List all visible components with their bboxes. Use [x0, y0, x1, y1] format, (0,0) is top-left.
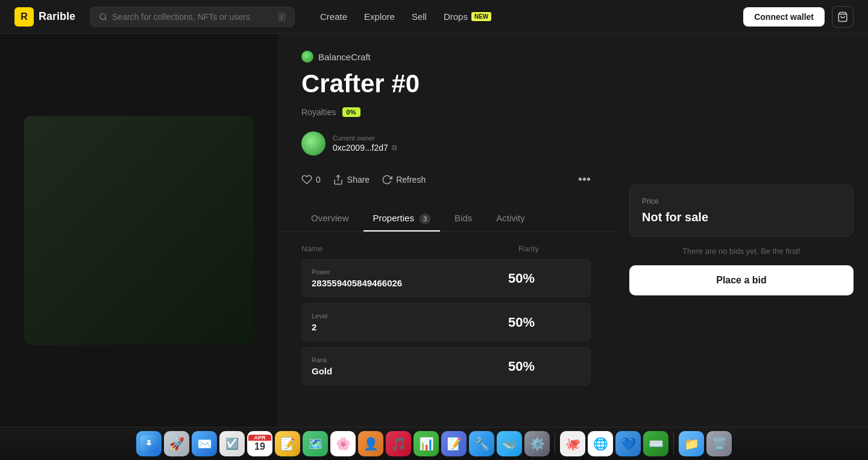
dock-numbers[interactable]: 📊 [414, 431, 439, 456]
logo[interactable]: R Rarible [14, 7, 75, 27]
prop-value-1: 2 [312, 322, 508, 332]
nav-right: Connect wallet [743, 6, 854, 28]
table-row: Power 283559405849466026 50% [301, 259, 591, 297]
prop-value-0: 283559405849466026 [312, 278, 508, 288]
dock-contacts[interactable]: 👤 [358, 431, 383, 456]
nft-image [24, 116, 253, 345]
dock-files[interactable]: 📁 [679, 431, 704, 456]
like-count: 0 [316, 175, 321, 184]
tab-activity[interactable]: Activity [486, 206, 535, 232]
dock-notes[interactable]: 📝 [275, 431, 300, 456]
collection-name: BalanceCraft [318, 52, 371, 62]
collection-icon [301, 51, 313, 63]
top-section: BalanceCraft Crafter #0 Royalties 0% Cur… [0, 34, 868, 427]
nft-image-panel [0, 34, 277, 427]
search-icon [99, 13, 107, 21]
connect-wallet-button[interactable]: Connect wallet [743, 7, 825, 27]
prop-rarity-0: 50% [508, 271, 580, 286]
copy-icon[interactable]: ⧉ [392, 143, 397, 152]
dock-separator [555, 433, 555, 455]
price-card: Price Not for sale [629, 184, 854, 237]
nft-title: Crafter #0 [301, 70, 844, 98]
finder-icon [140, 435, 157, 452]
tabs-section: Overview Properties 3 Bids Activity [277, 206, 615, 232]
dock-trash[interactable]: 🗑️ [706, 431, 732, 456]
refresh-label: Refresh [396, 175, 426, 184]
owner-row: Current owner 0xc2009...f2d7 ⧉ [301, 131, 844, 156]
owner-address: 0xc2009...f2d7 ⧉ [333, 143, 397, 153]
dock-calendar[interactable]: APR 19 [247, 431, 272, 456]
dock-reminders[interactable]: ☑️ [219, 431, 245, 456]
search-input[interactable] [112, 12, 273, 22]
dock-github[interactable]: 🐙 [560, 431, 585, 456]
heart-icon [301, 174, 312, 185]
prop-trait-1: Level [312, 312, 508, 320]
name-column-header: Name [301, 244, 518, 253]
page-wrapper: BalanceCraft Crafter #0 Royalties 0% Cur… [0, 34, 868, 427]
prop-trait-2: Rank [312, 356, 508, 364]
dock-appstore[interactable]: 🔧 [469, 431, 494, 456]
svg-point-5 [146, 441, 148, 444]
dock-vscode[interactable]: 💙 [615, 431, 641, 456]
dock-photos[interactable]: 🌸 [330, 431, 356, 456]
properties-badge: 3 [420, 213, 430, 224]
table-row: Rank Gold 50% [301, 347, 591, 385]
royalties-row: Royalties 0% [301, 107, 844, 117]
tabs-list: Overview Properties 3 Bids Activity [301, 206, 591, 232]
nav-drops[interactable]: Drops NEW [438, 8, 497, 25]
dock-chrome[interactable]: 🌐 [588, 431, 613, 456]
tab-overview[interactable]: Overview [301, 206, 359, 232]
nft-info: BalanceCraft Crafter #0 Royalties 0% Cur… [277, 34, 868, 172]
tab-properties[interactable]: Properties 3 [363, 206, 441, 232]
nav-sell[interactable]: Sell [406, 8, 433, 25]
dock-textedit[interactable]: 📝 [441, 431, 467, 456]
like-button[interactable]: 0 [301, 174, 321, 185]
dock-maps[interactable]: 🗺️ [303, 431, 328, 456]
owner-info: Current owner 0xc2009...f2d7 ⧉ [333, 134, 397, 153]
price-label: Price [642, 197, 841, 206]
prop-info-rank: Rank Gold [312, 356, 508, 376]
share-button[interactable]: Share [333, 174, 370, 185]
refresh-icon [382, 174, 392, 185]
place-bid-button[interactable]: Place a bid [629, 265, 854, 295]
search-shortcut: / [278, 12, 286, 22]
table-row: Level 2 50% [301, 303, 591, 341]
collection-row: BalanceCraft [301, 51, 844, 63]
dock-mail[interactable]: ✉️ [192, 431, 217, 456]
no-bids-text: There are no bids yet. Be the first! [629, 247, 854, 256]
properties-header: Name Rarity [301, 244, 591, 259]
tab-bids[interactable]: Bids [445, 206, 482, 232]
owner-label: Current owner [333, 134, 397, 142]
search-bar[interactable]: / [90, 7, 295, 27]
dock-separator-2 [673, 433, 674, 455]
properties-section: Name Rarity Power 283559405849466026 50% [277, 232, 615, 427]
nav-links: Create Explore Sell Drops NEW [314, 8, 497, 25]
price-sidebar: Price Not for sale There are no bids yet… [615, 172, 868, 427]
nav-explore[interactable]: Explore [358, 8, 401, 25]
royalties-badge: 0% [342, 107, 360, 117]
share-label: Share [347, 175, 370, 184]
dock-music[interactable]: 🎵 [386, 431, 411, 456]
dock-terminal[interactable]: ⌨️ [643, 431, 668, 456]
prop-info-power: Power 283559405849466026 [312, 268, 508, 288]
owner-avatar [301, 131, 326, 156]
prop-info-level: Level 2 [312, 312, 508, 332]
more-button[interactable]: ••• [578, 172, 591, 186]
prop-trait-0: Power [312, 268, 508, 276]
cart-icon[interactable] [832, 6, 854, 28]
new-badge: NEW [471, 12, 491, 21]
rarity-column-header: Rarity [518, 244, 591, 253]
logo-icon: R [14, 7, 34, 27]
prop-rarity-1: 50% [508, 315, 580, 330]
dock-docker[interactable]: 🐳 [497, 431, 522, 456]
dock: 🚀 ✉️ ☑️ APR 19 📝 🗺️ 🌸 👤 🎵 📊 📝 🔧 🐳 ⚙️ 🐙 🌐… [0, 427, 868, 460]
dock-finder[interactable] [136, 431, 162, 456]
refresh-button[interactable]: Refresh [382, 174, 426, 185]
dock-settings[interactable]: ⚙️ [524, 431, 550, 456]
dock-launchpad[interactable]: 🚀 [164, 431, 189, 456]
svg-point-6 [150, 441, 153, 444]
price-value: Not for sale [642, 210, 841, 224]
nav-create[interactable]: Create [314, 8, 353, 25]
share-icon [333, 174, 344, 185]
prop-rarity-2: 50% [508, 359, 580, 374]
